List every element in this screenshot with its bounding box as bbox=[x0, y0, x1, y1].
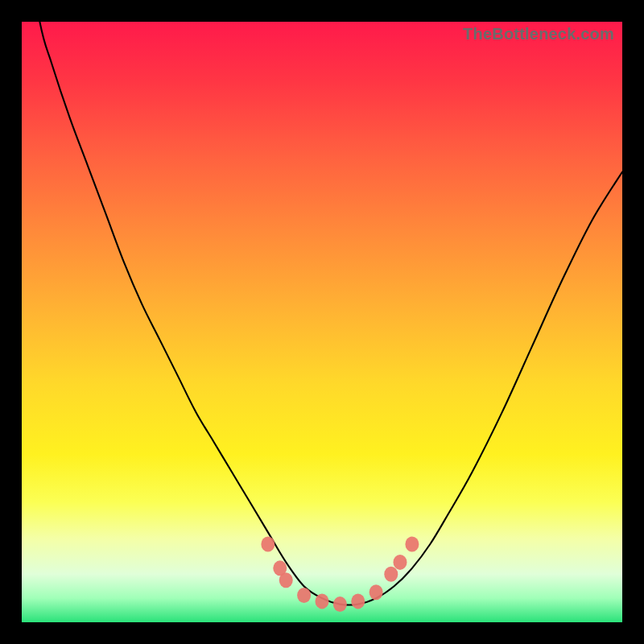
curve-marker bbox=[261, 537, 275, 552]
curve-marker bbox=[351, 593, 365, 609]
watermark-text: TheBottleneck.com bbox=[463, 25, 614, 43]
curve-marker bbox=[333, 597, 347, 612]
curve-markers bbox=[261, 537, 419, 613]
curve-marker bbox=[384, 567, 398, 582]
curve-marker bbox=[393, 555, 407, 570]
curve-marker bbox=[297, 588, 311, 603]
curve-marker bbox=[369, 584, 383, 600]
bottleneck-curve bbox=[22, 22, 622, 605]
bottleneck-curve-svg bbox=[22, 22, 622, 622]
curve-marker bbox=[279, 572, 293, 588]
curve-marker bbox=[405, 537, 419, 552]
plot-area: TheBottleneck.com bbox=[22, 22, 622, 622]
curve-marker bbox=[316, 593, 329, 609]
chart-frame: TheBottleneck.com bbox=[0, 0, 644, 644]
